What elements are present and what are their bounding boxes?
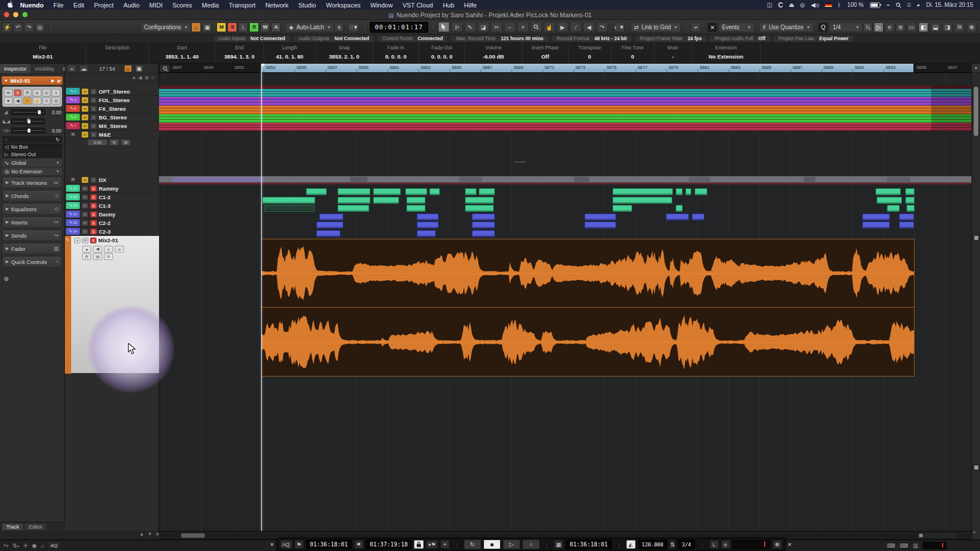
- midi-event-rammy[interactable]: [465, 188, 477, 195]
- mute-button[interactable]: m: [4, 89, 13, 96]
- section-fader[interactable]: ▶Fader▥: [2, 243, 62, 254]
- wave-filter-icon[interactable]: ≈: [152, 75, 154, 80]
- midi-event-c1-2[interactable]: [373, 197, 399, 204]
- horizontal-scroll-thumb[interactable]: [181, 533, 205, 538]
- midi-event-c2-2[interactable]: [316, 222, 343, 228]
- tab-editor[interactable]: Editor: [25, 523, 47, 530]
- mute-button[interactable]: m: [82, 238, 88, 243]
- midi-event-c1-3[interactable]: [406, 205, 425, 212]
- sidecar-icon[interactable]: ◕: [916, 1, 920, 9]
- automation-w-button[interactable]: W: [260, 22, 270, 32]
- swap-zones-icon[interactable]: ⇅▾: [13, 542, 19, 549]
- midi-event-danny[interactable]: [899, 214, 914, 220]
- suspend-automation-button[interactable]: e: [334, 22, 344, 32]
- automation-m-button[interactable]: M: [216, 22, 226, 32]
- menu-item-audio[interactable]: Audio: [123, 2, 140, 9]
- menu-item-file[interactable]: File: [53, 2, 64, 9]
- mute-tool[interactable]: ×: [517, 22, 529, 32]
- mute-button[interactable]: m: [82, 123, 88, 129]
- menu-item-network[interactable]: Network: [265, 2, 288, 9]
- automation-mode-dropdown[interactable]: ◈Auto-Latch▼: [285, 22, 334, 32]
- record-enable-button[interactable]: ●: [4, 97, 13, 104]
- locators-lock-button[interactable]: [414, 540, 424, 549]
- transport-gear-button[interactable]: ☸: [773, 540, 782, 549]
- left-locator-display[interactable]: 01:36:18:01: [306, 540, 352, 549]
- write-button[interactable]: u: [33, 89, 41, 96]
- midi-event-c2-2[interactable]: [472, 222, 495, 228]
- automation-a-button[interactable]: A: [271, 22, 281, 32]
- group-gain-chip[interactable]: 0.00: [88, 139, 107, 145]
- track-row-dx[interactable]: ▤msDX: [65, 176, 159, 184]
- solo-button[interactable]: s: [90, 106, 97, 112]
- workspace-lock-icon[interactable]: ⌂: [191, 22, 201, 32]
- infoline-col-file[interactable]: FileMix2-01: [0, 43, 86, 64]
- scroll-down-icon[interactable]: ▼: [148, 531, 152, 537]
- track-row-rammy[interactable]: ∿17msRammy: [65, 184, 159, 193]
- menu-item-nuendo[interactable]: Nuendo: [20, 2, 44, 9]
- mute-button[interactable]: m: [82, 228, 88, 235]
- tempo-spinner[interactable]: ⇅: [669, 540, 675, 549]
- line-tool[interactable]: ∕: [570, 22, 582, 32]
- automation-panel-dropdown[interactable]: ∿Global▼: [2, 159, 62, 166]
- solo-button[interactable]: s: [90, 211, 97, 218]
- screen-mirroring-icon[interactable]: ◫: [767, 1, 772, 9]
- timebase-button[interactable]: ◎: [52, 97, 60, 104]
- time-format-button[interactable]: ▦: [554, 540, 564, 549]
- midi-event-rammy[interactable]: [405, 188, 427, 195]
- configurations-dropdown[interactable]: Configurations▼: [141, 22, 191, 32]
- track-row-c2-3[interactable]: ∿24msC2-3: [65, 227, 159, 236]
- midi-event-c1-2[interactable]: [877, 197, 902, 204]
- infoline-col-start[interactable]: Start3853. 1. 1. 40: [149, 43, 215, 64]
- quantize-value-dropdown[interactable]: 1/4▼: [829, 22, 863, 32]
- transformer-icon[interactable]: ↻: [55, 137, 60, 142]
- marker-jump-button[interactable]: ⌖: [440, 540, 450, 549]
- mute-button[interactable]: m: [82, 203, 88, 209]
- ruler-zoom-icon[interactable]: [160, 64, 171, 73]
- auto-scroll-dropdown[interactable]: ∷ ▼: [348, 22, 359, 32]
- infoline-col-length[interactable]: Length41. 0. 1. 80: [264, 43, 316, 64]
- solo-button[interactable]: s: [90, 185, 97, 192]
- solo-button[interactable]: s: [90, 123, 97, 129]
- freeze-button[interactable]: ∞: [115, 246, 124, 253]
- play-order-tool[interactable]: ▶: [557, 22, 568, 32]
- solo-button[interactable]: s: [90, 203, 97, 209]
- steering-asm-button[interactable]: ⚡: [2, 22, 12, 32]
- record-circle-icon[interactable]: ◎: [800, 1, 805, 9]
- quantize-list-button[interactable]: ≣: [896, 22, 905, 32]
- midi-event-danny[interactable]: [862, 214, 890, 220]
- menu-item-project[interactable]: Project: [94, 2, 114, 9]
- timebase-icon[interactable]: ▪: [74, 238, 80, 243]
- monitor-button[interactable]: ◀: [93, 246, 102, 253]
- extension-dropdown[interactable]: ◎No Extension▼: [2, 168, 62, 175]
- track-presets-icon[interactable]: ☁: [79, 65, 88, 72]
- volume-slider[interactable]: [11, 109, 45, 115]
- section-equalizers[interactable]: ▶Equalizers◇: [2, 203, 62, 215]
- undo-button[interactable]: ↶: [13, 22, 23, 32]
- mute-button[interactable]: m: [82, 131, 88, 138]
- infoline-col-fade-in[interactable]: Fade-In0. 0. 0. 0: [373, 43, 419, 64]
- midi-event-c2-2[interactable]: [417, 222, 439, 228]
- menu-item-edit[interactable]: Edit: [73, 2, 84, 9]
- mute-button[interactable]: m: [82, 194, 88, 200]
- color-menu-dropdown[interactable]: ◗ ▼: [614, 22, 625, 32]
- automation-s-button[interactable]: S: [227, 22, 237, 32]
- glue-tool[interactable]: ⌣: [504, 22, 516, 32]
- track-filter-grid-icon[interactable]: ▣: [135, 65, 144, 72]
- lanes-button[interactable]: ⌸: [104, 253, 113, 260]
- home-zone-icon[interactable]: ⌂: [41, 542, 44, 549]
- midi-event-danny[interactable]: [692, 214, 704, 220]
- section-inserts[interactable]: ▶Inserts↦: [2, 216, 62, 228]
- infoline-col-transpose[interactable]: Transpose0: [568, 43, 611, 64]
- edit-channel-button[interactable]: e: [57, 77, 60, 84]
- midi-note-button[interactable]: ♪: [23, 97, 32, 104]
- midi-event-c1-2[interactable]: [406, 197, 425, 204]
- infoline-col-fine-tune[interactable]: Fine-Tune0: [611, 43, 654, 64]
- midi-event-danny[interactable]: [584, 214, 616, 220]
- solo-button[interactable]: s: [90, 238, 96, 243]
- midi-event-rammy[interactable]: [306, 188, 327, 195]
- infoline-col-description[interactable]: Description: [86, 43, 149, 64]
- menu-item-media[interactable]: Media: [202, 2, 219, 9]
- vertical-scroll-thumb[interactable]: [974, 87, 978, 136]
- menu-clock[interactable]: Di. 15. März 20:15: [926, 2, 973, 8]
- waveform-zoom-handle[interactable]: [974, 465, 978, 469]
